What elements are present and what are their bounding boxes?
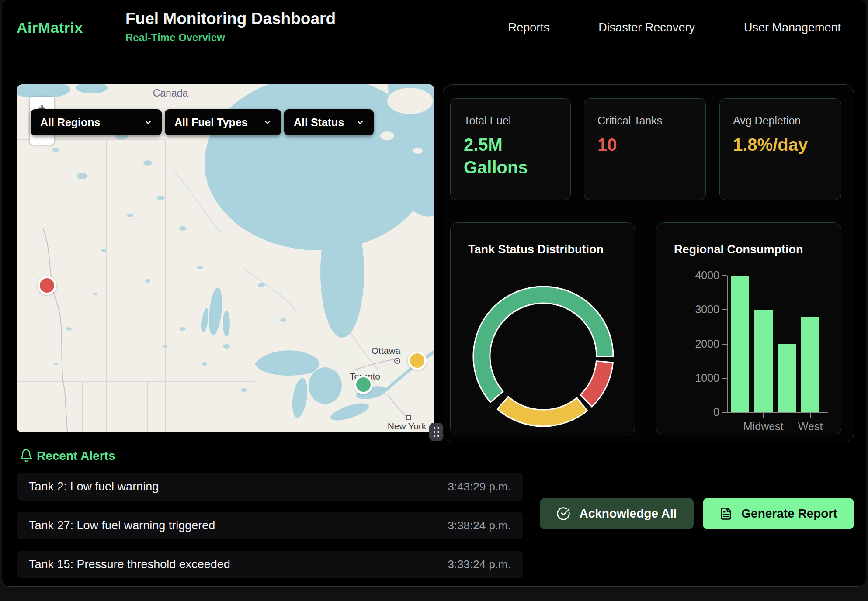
nav-disaster-recovery[interactable]: Disaster Recovery [598,21,695,35]
bar-0 [731,276,749,412]
alerts-section-title: Recent Alerts [37,449,115,463]
map-panel[interactable]: Canada Ottawa Toronto New York + − All R… [17,84,434,432]
brand-logo: AirMatrix [17,19,83,36]
regional-consumption-bar-chart: 01000200030004000MidwestWest [656,223,842,436]
title-block: Fuel Monitoring Dashboard Real-Time Over… [125,10,336,44]
bar-1 [754,310,773,412]
y-tick [722,412,727,413]
stat-card-total-fuel: Total Fuel 2.5M Gallons [450,98,571,200]
stat-card-avg-depletion: Avg Depletion 1.8%/​day [719,98,841,200]
chevron-down-icon [143,117,153,127]
map-marker-critical[interactable] [38,276,56,295]
map-filters: All Regions All Fuel Types All Status [31,109,374,135]
region-filter-label: All Regions [40,116,101,129]
new-york-town-dot [406,415,410,419]
fuel-type-filter-label: All Fuel Types [174,116,248,129]
tank-status-chart-card: Tank Status Distribution [450,222,635,435]
stat-label: Avg Depletion [733,114,829,127]
map-marker-normal[interactable] [354,375,373,394]
header: AirMatrix Fuel Monitoring Dashboard Real… [2,0,866,55]
status-filter-dropdown[interactable]: All Status [284,109,374,135]
page-subtitle: Real-Time Overview [125,31,336,44]
acknowledge-all-button[interactable]: Acknowledge All [540,498,694,529]
page-title: Fuel Monitoring Dashboard [125,10,336,28]
y-tick [722,344,727,345]
bell-icon [19,448,33,463]
stat-label: Total Fuel [464,114,558,127]
alert-row[interactable]: Tank 15: Pressure threshold exceeded 3:3… [17,551,523,578]
alert-row[interactable]: Tank 2: Low fuel warning 3:43:29 p.m. [17,473,523,501]
y-tick-label: 3000 [671,303,719,316]
y-tick [722,309,727,310]
map-resize-handle[interactable] [429,423,443,441]
main-nav: Reports Disaster Recovery User Managemen… [508,0,841,55]
generate-report-button[interactable]: Generate Report [703,498,854,529]
regional-consumption-chart-card: Regional Consumption 01000200030004000Mi… [656,222,841,435]
y-tick-label: 0 [671,406,719,418]
map-marker-warning[interactable] [408,351,427,370]
status-filter-label: All Status [294,116,344,129]
y-tick [722,378,727,379]
acknowledge-all-label: Acknowledge All [579,507,677,521]
donut-segment-yellow [497,397,587,426]
alert-row[interactable]: Tank 27: Low fuel warning triggered 3:38… [17,512,523,539]
x-tick-label: West [780,420,841,433]
region-filter-dropdown[interactable]: All Regions [31,109,162,135]
y-axis [727,276,728,413]
nav-user-management[interactable]: User Management [744,21,841,35]
alert-message: Tank 15: Pressure threshold exceeded [29,558,230,571]
donut-segment-red [580,361,613,407]
x-axis [727,412,828,413]
map-label-canada: Canada [153,87,188,99]
map-label-ottawa: Ottawa [372,345,401,356]
map-label-new-york: New York [388,421,427,431]
y-tick [722,275,727,276]
bar-3 [801,317,819,412]
y-tick-label: 4000 [671,269,719,282]
dashboard-root: AirMatrix Fuel Monitoring Dashboard Real… [0,0,868,601]
fuel-type-filter-dropdown[interactable]: All Fuel Types [165,109,281,135]
y-tick-label: 1000 [671,372,719,384]
alert-message: Tank 2: Low fuel warning [29,480,159,494]
generate-report-label: Generate Report [741,507,837,521]
stat-value: 1.8%/​day [733,133,829,156]
nav-reports[interactable]: Reports [508,21,550,35]
tank-status-donut-chart [451,223,635,436]
stat-value: 10 [597,133,693,156]
bar-2 [778,344,796,413]
file-text-icon [719,507,733,520]
x-tick [763,413,764,418]
x-tick [810,413,811,418]
alert-timestamp: 3:38:24 p.m. [448,519,511,532]
alert-timestamp: 3:43:29 p.m. [448,480,511,494]
stat-value: 2.5M Gallons [464,133,558,179]
stat-label: Critical Tanks [597,114,693,127]
chevron-down-icon [263,117,272,127]
stat-card-critical-tanks: Critical Tanks 10 [584,98,706,200]
y-tick-label: 2000 [671,338,719,350]
chevron-down-icon [355,117,365,127]
check-circle-icon [556,507,570,521]
alert-timestamp: 3:33:24 p.m. [448,558,511,571]
alert-message: Tank 27: Low fuel warning triggered [29,519,215,532]
